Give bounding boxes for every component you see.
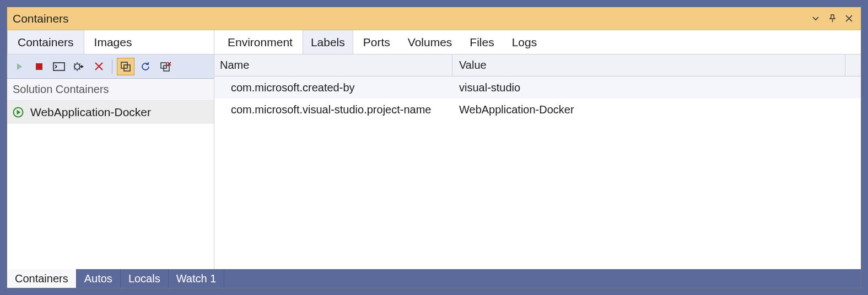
refresh-icon bbox=[140, 61, 151, 72]
tab-volumes[interactable]: Volumes bbox=[400, 30, 460, 54]
play-icon bbox=[15, 62, 24, 71]
tab-label: Logs bbox=[512, 36, 537, 49]
container-name: WebApplication-Docker bbox=[30, 106, 151, 119]
label-name-cell: com.microsoft.visual-studio.project-name bbox=[214, 99, 452, 121]
attach-debugger-button[interactable] bbox=[70, 58, 88, 75]
bottom-tab-watch1[interactable]: Watch 1 bbox=[169, 269, 225, 288]
prune-button[interactable] bbox=[157, 58, 174, 75]
tab-label: Images bbox=[94, 36, 132, 49]
container-list: WebApplication-Docker bbox=[7, 101, 214, 269]
tab-images[interactable]: Images bbox=[84, 30, 142, 54]
svg-point-2 bbox=[74, 64, 80, 69]
grid-body: com.microsoft.created-by visual-studio c… bbox=[214, 77, 861, 269]
tab-label: Containers bbox=[18, 36, 74, 49]
svg-rect-1 bbox=[53, 63, 64, 70]
pin-icon bbox=[828, 14, 837, 23]
titlebar-controls bbox=[808, 11, 856, 26]
tab-label: Locals bbox=[128, 272, 160, 285]
window-options-button[interactable] bbox=[808, 11, 823, 26]
tab-ports[interactable]: Ports bbox=[355, 30, 398, 54]
label-name-cell: com.microsoft.created-by bbox=[214, 77, 452, 99]
containers-panel: Containers Contai bbox=[7, 7, 861, 288]
bottom-tab-locals[interactable]: Locals bbox=[121, 269, 169, 288]
start-button[interactable] bbox=[10, 58, 28, 75]
running-status-icon bbox=[13, 107, 24, 118]
panel-title: Containers bbox=[13, 12, 69, 25]
tab-containers[interactable]: Containers bbox=[7, 30, 84, 54]
tab-label: Volumes bbox=[408, 36, 452, 49]
label-value-cell: visual-studio bbox=[452, 77, 861, 99]
tab-label: Labels bbox=[311, 36, 345, 49]
right-tabs: Environment Labels Ports Volumes Files L… bbox=[214, 30, 861, 54]
stop-icon bbox=[35, 63, 43, 70]
terminal-icon bbox=[53, 62, 65, 71]
left-toolbar bbox=[7, 54, 214, 79]
tab-label: Autos bbox=[84, 272, 112, 285]
remove-button[interactable] bbox=[90, 58, 107, 75]
tab-label: Files bbox=[470, 36, 494, 49]
table-row[interactable]: com.microsoft.visual-studio.project-name… bbox=[214, 99, 861, 121]
gear-play-icon bbox=[73, 62, 84, 72]
bottom-tab-containers[interactable]: Containers bbox=[7, 269, 77, 288]
bottom-tool-tabs: Containers Autos Locals Watch 1 bbox=[7, 269, 861, 288]
close-button[interactable] bbox=[841, 11, 856, 26]
section-header-text: Solution Containers bbox=[13, 83, 109, 95]
svg-rect-0 bbox=[36, 63, 42, 70]
tab-labels[interactable]: Labels bbox=[303, 30, 353, 54]
stop-button[interactable] bbox=[30, 58, 48, 75]
tab-label: Environment bbox=[228, 36, 293, 49]
close-icon bbox=[845, 14, 853, 23]
chevron-down-icon bbox=[812, 15, 820, 23]
toolbar-separator bbox=[112, 59, 112, 74]
prune-icon bbox=[159, 61, 171, 72]
column-header-value[interactable]: Value bbox=[452, 54, 845, 76]
solution-containers-icon bbox=[120, 61, 131, 72]
container-item[interactable]: WebApplication-Docker bbox=[7, 101, 214, 124]
remove-x-icon bbox=[94, 62, 104, 71]
column-header-name[interactable]: Name bbox=[214, 54, 452, 76]
tab-files[interactable]: Files bbox=[462, 30, 502, 54]
tab-logs[interactable]: Logs bbox=[504, 30, 545, 54]
refresh-button[interactable] bbox=[137, 58, 154, 75]
grid-header: Name Value bbox=[214, 54, 861, 77]
section-header: Solution Containers bbox=[7, 79, 214, 101]
column-header-extra bbox=[845, 54, 861, 76]
pin-button[interactable] bbox=[824, 11, 840, 26]
right-pane: Environment Labels Ports Volumes Files L… bbox=[214, 30, 861, 269]
tab-label: Watch 1 bbox=[176, 272, 217, 285]
table-row[interactable]: com.microsoft.created-by visual-studio bbox=[214, 77, 861, 99]
left-tabs: Containers Images bbox=[7, 30, 214, 54]
label-value-cell: WebApplication-Docker bbox=[452, 99, 861, 121]
titlebar: Containers bbox=[7, 7, 861, 30]
show-solution-containers-button[interactable] bbox=[117, 58, 134, 75]
bottom-tab-autos[interactable]: Autos bbox=[77, 269, 121, 288]
left-pane: Containers Images bbox=[7, 30, 214, 269]
terminal-button[interactable] bbox=[50, 58, 68, 75]
tab-label: Ports bbox=[363, 36, 390, 49]
tab-label: Containers bbox=[15, 272, 68, 285]
tab-environment[interactable]: Environment bbox=[220, 30, 300, 54]
